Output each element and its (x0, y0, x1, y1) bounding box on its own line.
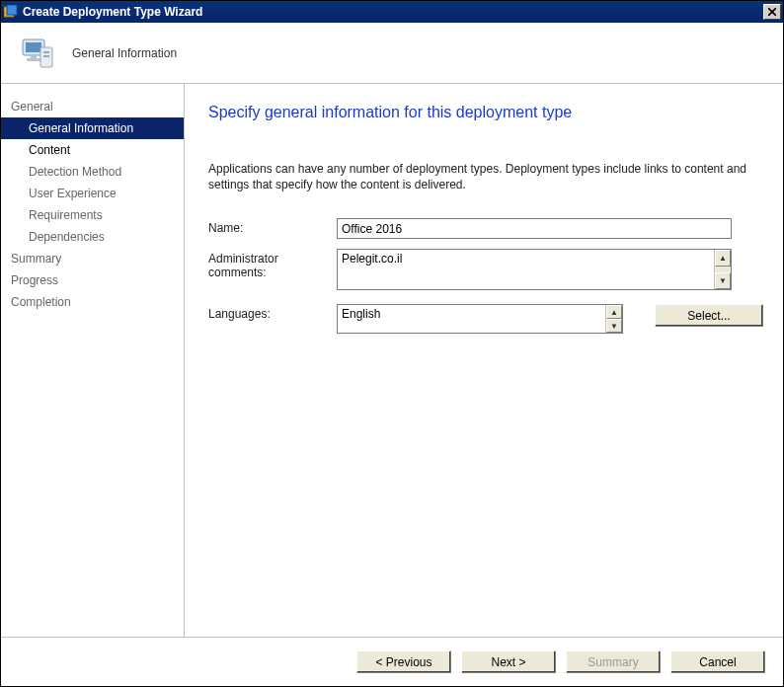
nav-item-summary[interactable]: Summary (1, 248, 184, 269)
nav-item-general-information[interactable]: General Information (1, 117, 184, 139)
svg-rect-9 (43, 51, 49, 53)
app-icon (3, 4, 19, 20)
nav-item-label: Content (29, 143, 70, 157)
sidebar: General General Information Content Dete… (1, 84, 185, 637)
body-area: General General Information Content Dete… (1, 84, 783, 637)
languages-value: English (338, 305, 605, 333)
nav-group-general: General (1, 96, 184, 117)
nav-item-label: User Experience (29, 187, 117, 200)
cancel-button[interactable]: Cancel (670, 650, 765, 673)
scrollbar[interactable]: ▲ ▼ (605, 305, 622, 333)
nav-item-progress[interactable]: Progress (1, 269, 184, 291)
page-description: Applications can have any number of depl… (208, 161, 761, 192)
svg-rect-6 (31, 55, 37, 58)
computer-icon (17, 34, 56, 73)
nav-item-content[interactable]: Content (1, 139, 184, 161)
row-comments: Administrator comments: ▲ ▼ (208, 249, 763, 290)
comments-box: ▲ ▼ (337, 249, 732, 290)
header-title: General Information (72, 46, 177, 60)
scroll-down-icon[interactable]: ▼ (715, 272, 731, 289)
nav-item-completion[interactable]: Completion (1, 291, 184, 313)
select-languages-button[interactable]: Select... (655, 304, 763, 327)
wizard-footer: < Previous Next > Summary Cancel (1, 637, 783, 686)
nav-item-label: Detection Method (29, 165, 121, 179)
name-input[interactable] (337, 218, 732, 239)
nav-item-user-experience[interactable]: User Experience (1, 183, 184, 204)
svg-rect-7 (27, 58, 40, 61)
summary-button: Summary (566, 650, 661, 673)
scroll-down-icon[interactable]: ▼ (606, 319, 622, 333)
comments-input[interactable] (338, 250, 714, 289)
label-languages: Languages: (208, 304, 337, 321)
nav-item-label: Requirements (29, 208, 103, 222)
row-languages: Languages: English ▲ ▼ Select... (208, 304, 763, 334)
nav-item-label: Summary (11, 252, 61, 266)
svg-rect-5 (26, 42, 41, 52)
nav-item-requirements[interactable]: Requirements (1, 204, 184, 226)
wizard-window: Create Deployment Type Wizard General In… (0, 0, 784, 687)
scrollbar[interactable]: ▲ ▼ (714, 250, 731, 289)
previous-button[interactable]: < Previous (356, 650, 451, 673)
label-name: Name: (208, 218, 337, 235)
nav-item-label: Completion (11, 295, 71, 309)
nav-item-dependencies[interactable]: Dependencies (1, 226, 184, 248)
nav-item-detection-method[interactable]: Detection Method (1, 161, 184, 183)
header-band: General Information (1, 23, 783, 84)
languages-listbox[interactable]: English ▲ ▼ (337, 304, 623, 334)
content-panel: Specify general information for this dep… (185, 84, 783, 637)
scroll-up-icon[interactable]: ▲ (715, 250, 731, 267)
titlebar: Create Deployment Type Wizard (1, 1, 783, 23)
label-comments: Administrator comments: (208, 249, 337, 279)
svg-rect-10 (43, 55, 49, 57)
nav-item-label: General Information (29, 121, 133, 135)
next-button[interactable]: Next > (461, 650, 556, 673)
row-name: Name: (208, 218, 763, 239)
nav-item-label: Progress (11, 273, 58, 287)
svg-rect-1 (7, 5, 17, 15)
window-title: Create Deployment Type Wizard (23, 5, 763, 19)
page-heading: Specify general information for this dep… (208, 104, 763, 121)
nav-item-label: Dependencies (29, 230, 105, 244)
scroll-up-icon[interactable]: ▲ (606, 305, 622, 319)
close-button[interactable] (763, 4, 781, 20)
